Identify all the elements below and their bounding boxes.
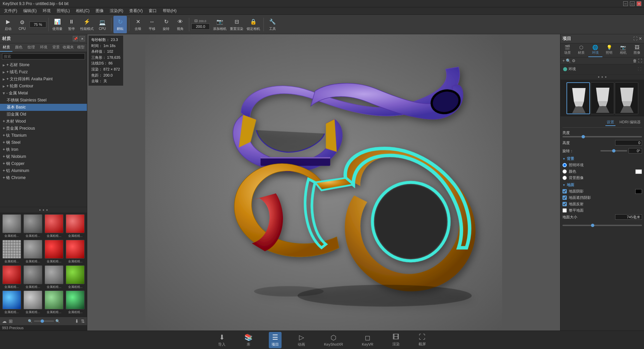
tree-item-chrome[interactable]: + 铬 Chrome xyxy=(0,174,87,181)
zoom-out-icon[interactable]: 🔍 xyxy=(28,319,33,323)
render-value-input[interactable] xyxy=(191,24,210,30)
tree-item-stone[interactable]: ▶ + 石材 Stone xyxy=(0,61,87,69)
thumb-item-16[interactable]: 金属粗糙... xyxy=(65,291,86,315)
thumb-item-14[interactable]: 金属粗糙... xyxy=(22,291,43,315)
panel-close-btn[interactable]: ✕ xyxy=(80,36,85,41)
tree-item-titanium[interactable]: + 钛 Titanium xyxy=(0,132,87,139)
env-item-env[interactable]: 环境 ⛶ xyxy=(562,66,643,72)
menu-camera[interactable]: 相机(C) xyxy=(73,7,92,14)
env-delete-icon[interactable]: 🗑 xyxy=(633,58,637,63)
height-input[interactable] xyxy=(615,140,642,145)
ground-ao-checkbox[interactable] xyxy=(562,195,567,200)
toolbar-lock-cam[interactable]: 🔒 锁定相机 xyxy=(245,16,261,33)
env-filter-icon[interactable]: ⚙ xyxy=(572,58,576,63)
menu-edit[interactable]: 编辑(E) xyxy=(20,7,39,14)
tab-model[interactable]: 模型 xyxy=(75,43,87,52)
ground-size-slider[interactable] xyxy=(562,225,642,226)
toolbar-refresh[interactable]: ↻ 耕耘 xyxy=(113,16,127,33)
search-input[interactable] xyxy=(2,53,85,59)
menu-view[interactable]: 查看(V) xyxy=(127,7,145,14)
nav-project[interactable]: ☰ 项目 xyxy=(269,332,282,348)
download-icon[interactable]: ⬇ xyxy=(75,318,79,324)
tree-item-metal[interactable]: ▶ - 金属 Metal xyxy=(0,90,87,97)
env-search-icon[interactable]: 🔍 xyxy=(566,58,571,63)
nav-keyvr[interactable]: ◻ KeyVR xyxy=(359,332,376,348)
tab-environment[interactable]: 环境 xyxy=(37,43,50,52)
render-value-control[interactable]: 🎞 200.0 xyxy=(191,19,210,30)
ground-reflect-checkbox[interactable] xyxy=(562,202,567,206)
toolbar-tools[interactable]: 🔧 工具 xyxy=(266,16,279,33)
rp-tab-scene[interactable]: 🎬 场景 xyxy=(560,43,575,57)
thumb-item-6[interactable]: 金属粗糙... xyxy=(22,240,43,265)
thumb-item-4[interactable]: 金属粗糙... xyxy=(65,214,86,239)
maximize-button[interactable]: □ xyxy=(630,1,635,6)
thumb-item-8[interactable]: 金属粗糙... xyxy=(65,240,86,265)
sort-icon[interactable]: ⇅ xyxy=(81,318,85,324)
thumb-item-5[interactable]: 金属粗糙... xyxy=(1,240,22,265)
bg-lighting-radio[interactable] xyxy=(562,163,567,167)
tab-background[interactable]: 背景 xyxy=(50,43,62,52)
bg-image-radio[interactable] xyxy=(562,176,567,180)
close-button[interactable]: ✕ xyxy=(637,1,641,6)
rotation-input[interactable] xyxy=(629,148,642,154)
nav-library[interactable]: 📚 库 xyxy=(242,332,255,348)
thumb-item-1[interactable]: 金属粗糙... xyxy=(1,214,22,239)
thumb-zoom-slider[interactable] xyxy=(34,320,54,322)
thumb-item-10[interactable]: 金属粗糙... xyxy=(22,265,43,290)
nav-keyshot-xr[interactable]: ⬡ KeyShotXR xyxy=(321,332,346,348)
thumb-item-12[interactable]: 金属粗糙... xyxy=(65,265,86,290)
tree-item-contour[interactable]: ▶ + 轮廓 Contour xyxy=(0,83,87,90)
right-panel-close-btn[interactable]: ✕ xyxy=(639,36,642,41)
toolbar-cancel[interactable]: ✕ 去噪 xyxy=(131,16,145,33)
tree-item-iron[interactable]: + 铁 Iron xyxy=(0,146,87,153)
menu-help[interactable]: 帮助(H) xyxy=(160,7,179,14)
nav-animation[interactable]: ▷ 动画 xyxy=(295,332,308,348)
ground-shadow-swatch[interactable] xyxy=(635,189,642,194)
tree-item-niobium[interactable]: + 铌 Niobium xyxy=(0,153,87,160)
flatten-checkbox[interactable] xyxy=(562,208,567,213)
hdr-thumb-1[interactable] xyxy=(566,82,590,114)
menu-env[interactable]: 环境 xyxy=(40,7,53,14)
thumb-item-7[interactable]: 金属粗糙... xyxy=(44,240,64,265)
toolbar-move[interactable]: ↔ 平移 xyxy=(145,16,159,33)
tree-item-copper[interactable]: + 铜 Copper xyxy=(0,160,87,167)
menu-file[interactable]: 文件(F) xyxy=(1,7,20,14)
env-expand-icon[interactable]: ⛶ xyxy=(638,58,642,63)
brightness-slider[interactable] xyxy=(562,136,642,137)
toolbar-cpu2[interactable]: 💻 CPU xyxy=(96,16,109,33)
thumb-item-2[interactable]: 金属粗糙... xyxy=(22,214,43,239)
window-controls[interactable]: ─ □ ✕ xyxy=(623,1,641,6)
env-add-icon[interactable]: + xyxy=(562,58,565,63)
zoom-input[interactable] xyxy=(30,21,46,28)
thumb-item-3[interactable]: 金属粗糙... xyxy=(44,214,64,239)
thumb-item-11[interactable]: 金属粗糙... xyxy=(44,265,64,290)
minimize-button[interactable]: ─ xyxy=(623,1,628,6)
toolbar-usage[interactable]: 📊 使用量 xyxy=(51,16,64,33)
tab-material[interactable]: 材质 xyxy=(0,43,12,52)
ground-shadow-checkbox[interactable] xyxy=(562,189,567,193)
toolbar-view[interactable]: 👁 视角 xyxy=(174,16,187,33)
menu-lighting[interactable]: 照明(L) xyxy=(54,7,72,14)
tree-item-precious[interactable]: + 贵金属 Precious xyxy=(0,125,87,132)
thumb-item-13[interactable]: 金属粗糙... xyxy=(1,291,22,315)
rp-tab-material[interactable]: ⬡ 材质 xyxy=(575,43,589,57)
hdr-thumb-2[interactable] xyxy=(591,82,614,114)
viewport[interactable]: 每秒帧数： 23.3 时间： 1m 18s 杀样值： 102 三角形： 178,… xyxy=(87,34,560,331)
rp-tab-camera[interactable]: 📷 相机 xyxy=(616,43,630,57)
tab-color[interactable]: 颜色 xyxy=(12,43,25,52)
panel-pin-btn[interactable]: 📌 xyxy=(73,36,78,41)
toolbar-start[interactable]: ▶ 启动 xyxy=(1,16,15,33)
menu-image[interactable]: 图像 xyxy=(93,7,106,14)
rp-tab-environment[interactable]: 🌐 环境 xyxy=(588,43,602,57)
ground-size-input[interactable] xyxy=(615,214,642,220)
toolbar-add-cam[interactable]: 📷 添加相机 xyxy=(212,16,228,33)
tree-item-aluminum[interactable]: + 铝 Aluminum xyxy=(0,167,87,174)
menu-render[interactable]: 渲染(R) xyxy=(107,7,126,14)
rp-tab-image[interactable]: 🖼 图像 xyxy=(630,43,644,57)
bg-color-radio[interactable] xyxy=(562,169,567,174)
tab-texture[interactable]: 纹理 xyxy=(25,43,37,52)
rp-tab-lighting[interactable]: 💡 照明 xyxy=(602,43,616,57)
setting-tab-hdri[interactable]: HDRI 编辑器 xyxy=(618,119,642,126)
toolbar-pause[interactable]: ⏸ 暂停 xyxy=(65,16,78,33)
cloud-icon[interactable]: ☁ xyxy=(2,318,7,324)
